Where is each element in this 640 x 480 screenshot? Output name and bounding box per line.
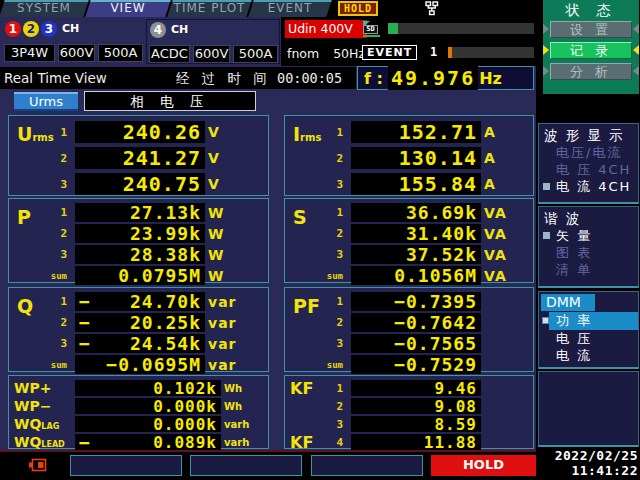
ch-label: CH — [62, 22, 79, 35]
udin-nominal-voltage: Udin 400V — [285, 20, 367, 38]
voltage-range-button-ch4[interactable]: 600V — [193, 45, 230, 63]
frequency-label: f : — [364, 69, 383, 88]
s-row-2: 231.40kVA — [285, 223, 533, 244]
wp-minus-row: WP−0.000kWh — [9, 397, 268, 415]
wiring-group-ch4: 4 CH ACDC 600V 500A — [146, 19, 280, 64]
channel-1-badge: 1 — [5, 21, 21, 37]
p-row-3: 328.38kW — [9, 244, 268, 265]
channel-2-badge: 2 — [23, 21, 39, 37]
channel-4-badge: 4 — [150, 22, 166, 38]
fnom-nominal-frequency: fnom 50Hz — [285, 45, 367, 63]
dmm-menu-title[interactable]: DMM — [541, 294, 595, 311]
panel-energy: WP+0.102kWh WP−0.000kWh WQLAG0.000kvarh … — [8, 375, 269, 449]
event-label: EVENT — [362, 45, 417, 60]
value-display: 23.99k — [75, 224, 205, 243]
event-count: 1 — [430, 45, 437, 60]
voltage-range-button[interactable]: 600V — [58, 44, 95, 62]
menu-item-record-wrap: 记 录 — [550, 42, 632, 59]
value-display: −0.7565 — [351, 334, 481, 353]
value-display: 8.59 — [351, 416, 481, 432]
fnom-value: 50Hz — [333, 45, 365, 63]
p-row-sum: sum0.0795MW — [9, 265, 268, 286]
panel-k-factor: KF19.46 29.08 38.59 KF411.88 — [284, 375, 534, 449]
value-display: 152.71 — [351, 121, 481, 143]
tab-system[interactable]: SYSTEM — [2, 0, 86, 17]
menu-item-power[interactable]: 功 率 — [549, 312, 638, 330]
menu-item-voltage-4ch[interactable]: 电 压 4CH — [539, 161, 638, 178]
menu-item-volt-current[interactable]: 电压/电流 — [539, 144, 638, 161]
soft-key-2[interactable] — [190, 455, 302, 476]
tab-urms[interactable]: Urms — [14, 92, 78, 111]
irms-row-2: 2130.14A — [285, 145, 533, 171]
current-range-button[interactable]: 500A — [98, 44, 143, 62]
value-display: 37.52k — [351, 245, 481, 264]
soft-key-3[interactable] — [311, 455, 423, 476]
sd-card-icon: SD — [363, 21, 383, 37]
coupling-button[interactable]: ACDC — [149, 45, 190, 63]
value-display: 241.27 — [75, 147, 205, 169]
control-strip: 1 2 3 CH 3P4W 600V 500A 4 CH ACDC 600V 5… — [0, 17, 540, 66]
value-display: −0.089k — [75, 434, 221, 450]
menu-item-graph[interactable]: 图 表 — [539, 244, 638, 261]
menu-item-settings[interactable]: 设 置 — [550, 21, 632, 38]
value-display: −24.70k — [75, 292, 205, 311]
left-arrow-icon — [543, 24, 549, 34]
value-display: 0.1056M — [351, 266, 481, 285]
urms-row-1: 1240.26V — [9, 119, 268, 145]
kf-row-4: KF411.88 — [285, 433, 533, 451]
value-display: 155.84 — [351, 173, 481, 195]
value-display: 130.14 — [351, 147, 481, 169]
value-display: −0.7642 — [351, 313, 481, 332]
bullet-icon — [543, 232, 550, 239]
panel-apparent-power: S 136.69kVA 231.40kVA 337.52kVA sum0.105… — [284, 198, 534, 283]
menu-item-current[interactable]: 电 流 — [539, 347, 638, 364]
hold-button[interactable]: HOLD — [431, 455, 536, 476]
menu-item-list[interactable]: 清 单 — [539, 261, 638, 278]
datetime-display: 2022/02/25 11:41:22 — [536, 448, 638, 478]
left-arrow-icon — [543, 45, 549, 55]
value-display: 240.75 — [75, 173, 205, 195]
q-row-2: 2−20.25kvar — [9, 312, 268, 333]
tab-time-plot[interactable]: TIME PLOT — [170, 0, 249, 17]
panel-active-power: P 127.13kW 223.99kW 328.38kW sum0.0795MW — [8, 198, 269, 283]
menu-item-analysis-wrap: 分 析 — [550, 63, 632, 80]
view-mode-label: Real Time View — [4, 67, 107, 89]
value-display: −0.0695M — [75, 355, 205, 374]
wiring-mode-button[interactable]: 3P4W — [4, 44, 55, 62]
q-row-3: 3−24.54kvar — [9, 333, 268, 354]
waveform-menu: 波 形 显 示 电压/电流 电 压 4CH 电 流 4CH — [538, 123, 639, 204]
menu-item-vector[interactable]: 矢 量 — [539, 227, 638, 244]
value-display: 27.13k — [75, 203, 205, 222]
tab-event[interactable]: EVENT — [251, 0, 329, 17]
value-display: −0.7395 — [351, 292, 481, 311]
value-display: 0.102k — [75, 380, 221, 396]
s-row-sum: sum0.1056MVA — [285, 265, 533, 286]
q-row-1: 1−24.70kvar — [9, 291, 268, 312]
q-row-sum: sum−0.0695Mvar — [9, 354, 268, 375]
irms-row-1: 1152.71A — [285, 119, 533, 145]
waveform-menu-title: 波 形 显 示 — [539, 124, 638, 144]
menu-item-voltage[interactable]: 电 压 — [539, 330, 638, 347]
s-row-3: 337.52kVA — [285, 244, 533, 265]
urms-row-3: 3240.75V — [9, 171, 268, 197]
harmonics-menu: 谐 波 矢 量 图 表 清 单 — [538, 206, 639, 288]
soft-key-1[interactable] — [70, 455, 182, 476]
value-display: 9.46 — [351, 380, 481, 396]
page-subtitle: 相 电 压 — [84, 91, 256, 111]
left-arrow-icon — [543, 66, 549, 76]
pf-row-sum: sum−0.7529 — [285, 354, 533, 375]
kf-row-3: 38.59 — [285, 415, 533, 433]
menu-item-record[interactable]: 记 录 — [550, 42, 632, 59]
measurement-area: Urms 相 电 压 Urms 1240.26V 2241.27V 3240.7… — [0, 90, 540, 452]
analyzer-screen: SYSTEM VIEW TIME PLOT EVENT HOLD 1 2 3 C… — [0, 0, 640, 480]
value-display: −24.54k — [75, 334, 205, 353]
value-display: 240.26 — [75, 121, 205, 143]
p-row-1: 127.13kW — [9, 202, 268, 223]
tab-view[interactable]: VIEW — [88, 0, 168, 17]
panel-reactive-power: Q 1−24.70kvar 2−20.25kvar 3−24.54kvar su… — [8, 287, 269, 372]
menu-item-current-4ch[interactable]: 电 流 4CH — [539, 178, 638, 195]
battery-icon — [28, 458, 48, 473]
current-range-button-ch4[interactable]: 500A — [233, 45, 278, 63]
value-display: −20.25k — [75, 313, 205, 332]
menu-item-analysis[interactable]: 分 析 — [550, 63, 632, 80]
